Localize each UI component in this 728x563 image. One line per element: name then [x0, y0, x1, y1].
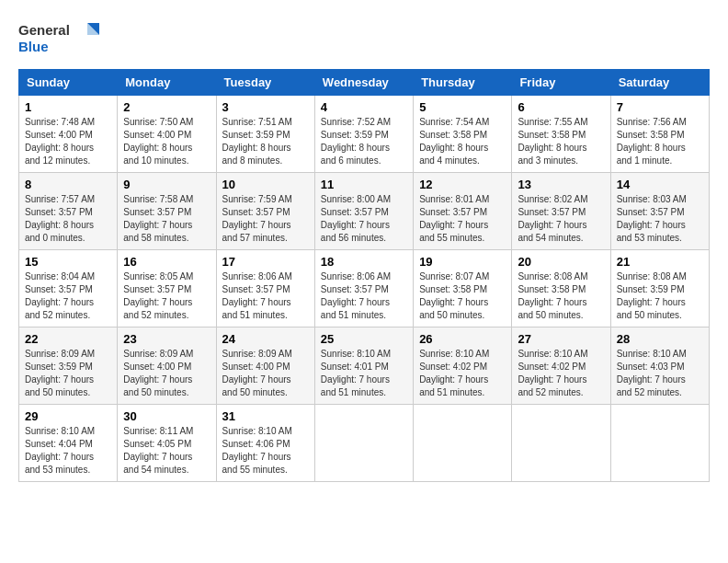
calendar-cell: 24 Sunrise: 8:09 AMSunset: 4:00 PMDaylig…: [216, 327, 314, 405]
calendar-cell: 12 Sunrise: 8:01 AMSunset: 3:57 PMDaylig…: [414, 173, 512, 250]
cell-info: Sunrise: 8:01 AMSunset: 3:57 PMDaylight:…: [419, 194, 489, 243]
logo: General Blue: [18, 18, 101, 60]
calendar-week-row: 1 Sunrise: 7:48 AMSunset: 4:00 PMDayligh…: [19, 96, 710, 173]
calendar-cell: 15 Sunrise: 8:04 AMSunset: 3:57 PMDaylig…: [19, 250, 118, 327]
day-number: 26: [419, 332, 506, 346]
day-number: 8: [25, 178, 111, 191]
calendar-cell: 3 Sunrise: 7:51 AMSunset: 3:59 PMDayligh…: [216, 96, 314, 173]
cell-info: Sunrise: 7:51 AMSunset: 3:59 PMDaylight:…: [222, 117, 292, 166]
cell-info: Sunrise: 8:00 AMSunset: 3:57 PMDaylight:…: [321, 194, 391, 243]
cell-info: Sunrise: 7:54 AMSunset: 3:58 PMDaylight:…: [419, 117, 489, 166]
cell-info: Sunrise: 8:04 AMSunset: 3:57 PMDaylight:…: [25, 271, 95, 320]
day-number: 13: [518, 178, 604, 191]
cell-info: Sunrise: 8:09 AMSunset: 3:59 PMDaylight:…: [25, 349, 95, 397]
calendar-cell: 21 Sunrise: 8:08 AMSunset: 3:59 PMDaylig…: [610, 250, 709, 327]
calendar-cell: 14 Sunrise: 8:03 AMSunset: 3:57 PMDaylig…: [610, 173, 709, 250]
cell-info: Sunrise: 8:07 AMSunset: 3:58 PMDaylight:…: [419, 271, 489, 320]
calendar-cell: 23 Sunrise: 8:09 AMSunset: 4:00 PMDaylig…: [118, 327, 216, 405]
cell-info: Sunrise: 8:10 AMSunset: 4:04 PMDaylight:…: [25, 426, 95, 475]
calendar-cell: 27 Sunrise: 8:10 AMSunset: 4:02 PMDaylig…: [512, 327, 610, 405]
day-number: 6: [518, 100, 604, 114]
calendar-cell: 30 Sunrise: 8:11 AMSunset: 4:05 PMDaylig…: [118, 405, 216, 482]
day-number: 24: [222, 332, 309, 346]
calendar-header-row: SundayMondayTuesdayWednesdayThursdayFrid…: [19, 70, 710, 96]
calendar-cell: 16 Sunrise: 8:05 AMSunset: 3:57 PMDaylig…: [118, 250, 216, 327]
calendar-cell: 6 Sunrise: 7:55 AMSunset: 3:58 PMDayligh…: [512, 96, 610, 173]
calendar-week-row: 29 Sunrise: 8:10 AMSunset: 4:04 PMDaylig…: [19, 405, 710, 482]
day-number: 19: [419, 255, 506, 269]
cell-info: Sunrise: 7:56 AMSunset: 3:58 PMDaylight:…: [617, 117, 687, 166]
page-header: General Blue: [18, 18, 710, 60]
day-header-wednesday: Wednesday: [314, 70, 413, 96]
day-header-thursday: Thursday: [414, 70, 512, 96]
logo-svg: General Blue: [18, 18, 101, 60]
calendar-cell: 11 Sunrise: 8:00 AMSunset: 3:57 PMDaylig…: [314, 173, 413, 250]
day-number: 18: [321, 255, 407, 269]
day-number: 15: [25, 255, 111, 269]
cell-info: Sunrise: 7:48 AMSunset: 4:00 PMDaylight:…: [25, 117, 95, 166]
day-number: 27: [518, 332, 604, 346]
day-header-friday: Friday: [512, 70, 610, 96]
calendar-week-row: 22 Sunrise: 8:09 AMSunset: 3:59 PMDaylig…: [19, 327, 710, 405]
cell-info: Sunrise: 7:58 AMSunset: 3:57 PMDaylight:…: [123, 194, 193, 243]
calendar-cell: [610, 405, 709, 482]
calendar-cell: 4 Sunrise: 7:52 AMSunset: 3:59 PMDayligh…: [314, 96, 413, 173]
calendar-cell: 7 Sunrise: 7:56 AMSunset: 3:58 PMDayligh…: [610, 96, 709, 173]
calendar-cell: 20 Sunrise: 8:08 AMSunset: 3:58 PMDaylig…: [512, 250, 610, 327]
svg-text:Blue: Blue: [18, 39, 49, 54]
day-number: 30: [123, 409, 210, 423]
cell-info: Sunrise: 8:10 AMSunset: 4:03 PMDaylight:…: [617, 349, 687, 397]
day-number: 31: [222, 409, 309, 423]
calendar-week-row: 8 Sunrise: 7:57 AMSunset: 3:57 PMDayligh…: [19, 173, 710, 250]
day-number: 16: [123, 255, 210, 269]
day-number: 1: [25, 100, 111, 114]
calendar-cell: 10 Sunrise: 7:59 AMSunset: 3:57 PMDaylig…: [216, 173, 314, 250]
cell-info: Sunrise: 8:03 AMSunset: 3:57 PMDaylight:…: [617, 194, 687, 243]
cell-info: Sunrise: 8:10 AMSunset: 4:06 PMDaylight:…: [222, 426, 292, 475]
day-header-saturday: Saturday: [610, 70, 709, 96]
cell-info: Sunrise: 8:06 AMSunset: 3:57 PMDaylight:…: [321, 271, 391, 320]
cell-info: Sunrise: 7:55 AMSunset: 3:58 PMDaylight:…: [518, 117, 587, 166]
calendar-cell: 1 Sunrise: 7:48 AMSunset: 4:00 PMDayligh…: [19, 96, 118, 173]
cell-info: Sunrise: 8:09 AMSunset: 4:00 PMDaylight:…: [222, 349, 292, 397]
cell-info: Sunrise: 7:52 AMSunset: 3:59 PMDaylight:…: [321, 117, 391, 166]
calendar-cell: 18 Sunrise: 8:06 AMSunset: 3:57 PMDaylig…: [314, 250, 413, 327]
day-number: 21: [617, 255, 703, 269]
cell-info: Sunrise: 8:08 AMSunset: 3:59 PMDaylight:…: [617, 271, 687, 320]
day-number: 11: [321, 178, 407, 191]
calendar-cell: 28 Sunrise: 8:10 AMSunset: 4:03 PMDaylig…: [610, 327, 709, 405]
day-header-sunday: Sunday: [19, 70, 118, 96]
day-number: 4: [321, 100, 407, 114]
cell-info: Sunrise: 8:09 AMSunset: 4:00 PMDaylight:…: [123, 349, 193, 397]
calendar-cell: 8 Sunrise: 7:57 AMSunset: 3:57 PMDayligh…: [19, 173, 118, 250]
day-number: 22: [25, 332, 111, 346]
calendar-cell: 19 Sunrise: 8:07 AMSunset: 3:58 PMDaylig…: [414, 250, 512, 327]
day-number: 23: [123, 332, 210, 346]
day-number: 7: [617, 100, 703, 114]
cell-info: Sunrise: 8:10 AMSunset: 4:02 PMDaylight:…: [518, 349, 587, 397]
calendar-cell: [414, 405, 512, 482]
day-number: 3: [222, 100, 309, 114]
cell-info: Sunrise: 7:59 AMSunset: 3:57 PMDaylight:…: [222, 194, 292, 243]
cell-info: Sunrise: 8:10 AMSunset: 4:01 PMDaylight:…: [321, 349, 391, 397]
calendar-cell: [314, 405, 413, 482]
day-number: 25: [321, 332, 407, 346]
day-number: 9: [123, 178, 210, 191]
day-number: 29: [25, 409, 111, 423]
cell-info: Sunrise: 8:06 AMSunset: 3:57 PMDaylight:…: [222, 271, 292, 320]
cell-info: Sunrise: 7:57 AMSunset: 3:57 PMDaylight:…: [25, 194, 95, 243]
calendar-cell: 29 Sunrise: 8:10 AMSunset: 4:04 PMDaylig…: [19, 405, 118, 482]
cell-info: Sunrise: 7:50 AMSunset: 4:00 PMDaylight:…: [123, 117, 193, 166]
cell-info: Sunrise: 8:02 AMSunset: 3:57 PMDaylight:…: [518, 194, 587, 243]
day-number: 17: [222, 255, 309, 269]
calendar-cell: 13 Sunrise: 8:02 AMSunset: 3:57 PMDaylig…: [512, 173, 610, 250]
cell-info: Sunrise: 8:10 AMSunset: 4:02 PMDaylight:…: [419, 349, 489, 397]
calendar-week-row: 15 Sunrise: 8:04 AMSunset: 3:57 PMDaylig…: [19, 250, 710, 327]
day-header-monday: Monday: [118, 70, 216, 96]
calendar-cell: 31 Sunrise: 8:10 AMSunset: 4:06 PMDaylig…: [216, 405, 314, 482]
calendar-table: SundayMondayTuesdayWednesdayThursdayFrid…: [18, 69, 710, 482]
day-number: 12: [419, 178, 506, 191]
day-header-tuesday: Tuesday: [216, 70, 314, 96]
cell-info: Sunrise: 8:08 AMSunset: 3:58 PMDaylight:…: [518, 271, 587, 320]
day-number: 14: [617, 178, 703, 191]
